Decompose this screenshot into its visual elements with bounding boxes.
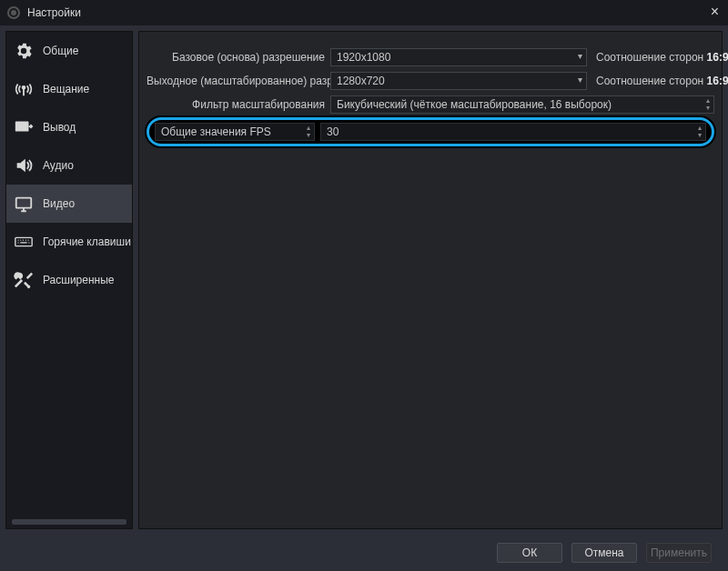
sidebar-item-label: Вещание [43, 83, 89, 95]
keyboard-icon [14, 232, 34, 252]
label-base-resolution: Базовое (основа) разрешение [147, 51, 330, 64]
spinner-icon: ▴▾ [706, 97, 710, 112]
sidebar-item-label: Расширенные [43, 274, 115, 286]
sidebar-item-label: Видео [43, 197, 75, 210]
fps-type-combo[interactable]: Общие значения FPS ▴▾ [155, 123, 315, 141]
settings-window: Настройки × Общие Вещание Выв [0, 0, 728, 571]
output-aspect: Соотношение сторон 16:9 [592, 75, 714, 87]
output-icon [14, 117, 34, 137]
sidebar-item-label: Аудио [43, 159, 74, 172]
base-resolution-combo[interactable]: 1920x1080 ▾ [330, 48, 587, 66]
window-title: Настройки [27, 6, 81, 19]
downscale-filter-value: Бикубический (чёткое масштабирование, 16… [337, 98, 612, 111]
base-aspect: Соотношение сторон 16:9 [592, 51, 714, 64]
dialog-footer: ОК Отмена Применить [0, 535, 728, 571]
label-downscale-filter: Фильтр масштабирования [147, 98, 330, 111]
spinner-icon: ▴▾ [698, 125, 702, 139]
speaker-icon [14, 155, 34, 175]
tools-icon [14, 270, 34, 290]
sidebar-item-video[interactable]: Видео [6, 185, 132, 223]
spinner-icon: ▴▾ [307, 125, 310, 139]
window-body: Общие Вещание Вывод Аудио [0, 25, 728, 535]
obs-icon [7, 6, 20, 19]
ok-button[interactable]: ОК [497, 543, 562, 563]
close-icon[interactable]: × [711, 4, 719, 20]
chevron-down-icon: ▾ [578, 51, 582, 61]
monitor-icon [14, 194, 34, 214]
apply-button: Применить [646, 543, 712, 563]
row-downscale-filter: Фильтр масштабирования Бикубический (чёт… [147, 94, 714, 115]
sidebar-item-general[interactable]: Общие [6, 32, 132, 70]
sidebar-item-stream[interactable]: Вещание [6, 70, 132, 108]
label-output-resolution: Выходное (масштабированное) разрешение [147, 75, 330, 87]
gear-icon [14, 41, 34, 61]
output-resolution-combo[interactable]: 1280x720 ▾ [330, 72, 587, 90]
fps-value: 30 [327, 125, 339, 138]
row-base-resolution: Базовое (основа) разрешение 1920x1080 ▾ … [147, 46, 714, 68]
fps-value-combo[interactable]: 30 ▴▾ [320, 123, 706, 141]
output-resolution-value: 1280x720 [337, 75, 385, 87]
fps-type-label: Общие значения FPS [161, 125, 271, 138]
settings-panel-video: Базовое (основа) разрешение 1920x1080 ▾ … [138, 31, 723, 529]
sidebar-item-label: Вывод [43, 121, 76, 134]
chevron-down-icon: ▾ [578, 75, 582, 85]
sidebar-item-label: Горячие клавиши [43, 235, 131, 248]
base-resolution-value: 1920x1080 [337, 51, 390, 64]
antenna-icon [14, 79, 34, 99]
row-fps-highlight: Общие значения FPS ▴▾ 30 ▴▾ [147, 117, 714, 146]
sidebar-item-audio[interactable]: Аудио [6, 146, 132, 185]
titlebar: Настройки × [0, 0, 728, 25]
svg-rect-2 [16, 198, 32, 208]
svg-rect-3 [15, 237, 32, 245]
sidebar-item-label: Общие [43, 45, 78, 57]
cancel-button[interactable]: Отмена [571, 543, 637, 563]
sidebar-item-advanced[interactable]: Расширенные [6, 261, 132, 299]
row-output-resolution: Выходное (масштабированное) разрешение 1… [147, 70, 714, 92]
sidebar-scrollbar[interactable] [12, 519, 126, 525]
svg-rect-1 [15, 122, 29, 132]
sidebar-item-hotkeys[interactable]: Горячие клавиши [6, 223, 132, 261]
downscale-filter-combo[interactable]: Бикубический (чёткое масштабирование, 16… [330, 95, 714, 114]
sidebar-item-output[interactable]: Вывод [6, 108, 132, 146]
sidebar: Общие Вещание Вывод Аудио [5, 31, 133, 529]
